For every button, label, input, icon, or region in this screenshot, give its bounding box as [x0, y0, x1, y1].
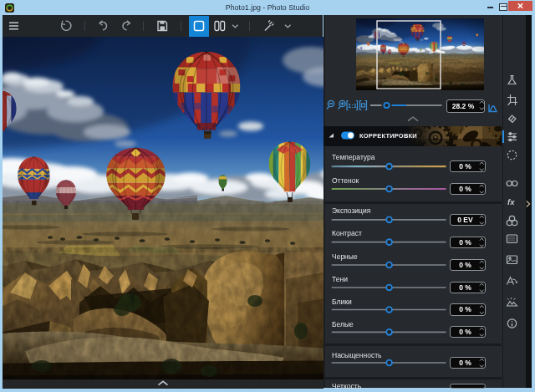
- svg-text:1:1: 1:1: [348, 102, 357, 109]
- svg-text:fx: fx: [507, 197, 515, 206]
